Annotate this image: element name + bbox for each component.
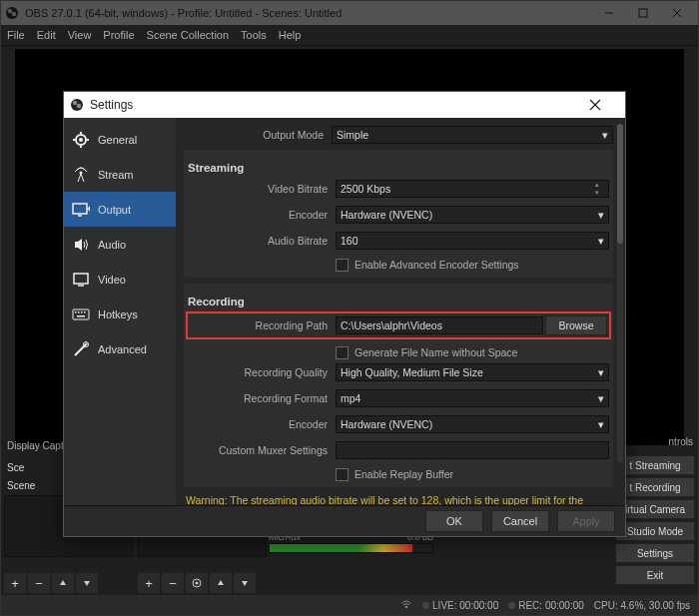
- encoder-label: Encoder: [188, 209, 336, 221]
- sidebar-item-label: Audio: [98, 239, 126, 251]
- menu-edit[interactable]: Edit: [37, 29, 56, 41]
- add-scene-button[interactable]: +: [4, 573, 26, 593]
- spinner-icon[interactable]: ▴▾: [590, 181, 604, 197]
- source-down-icon[interactable]: [234, 573, 256, 593]
- sidebar-item-label: Stream: [98, 169, 133, 181]
- menubar: File Edit View Profile Scene Collection …: [1, 25, 698, 46]
- menu-view[interactable]: View: [68, 29, 92, 41]
- status-live: LIVE: 00:00:00: [432, 600, 498, 611]
- output-mode-label: Output Mode: [184, 129, 332, 141]
- warning-text-1: Warning: The streaming audio bitrate wil…: [184, 493, 613, 505]
- svg-rect-28: [74, 274, 88, 284]
- video-bitrate-label: Video Bitrate: [188, 183, 336, 195]
- gen-filename-checkbox[interactable]: [336, 346, 349, 359]
- live-dot-icon: [422, 602, 429, 609]
- apply-button[interactable]: Apply: [557, 510, 615, 532]
- dialog-titlebar: Settings: [64, 92, 625, 118]
- recording-encoder-select[interactable]: Hardware (NVENC)▾: [336, 415, 609, 433]
- cancel-button[interactable]: Cancel: [491, 510, 549, 532]
- status-bar: LIVE: 00:00:00 REC: 00:00:00 CPU: 4.6%, …: [1, 595, 698, 615]
- monitor-icon: [72, 271, 90, 289]
- menu-help[interactable]: Help: [279, 29, 302, 41]
- adv-encoder-checkbox[interactable]: [336, 259, 349, 272]
- titlebar: OBS 27.0.1 (64-bit, windows) - Profile: …: [1, 1, 698, 25]
- scrollbar[interactable]: [617, 124, 623, 463]
- svg-rect-35: [77, 315, 85, 317]
- gear-icon: [72, 131, 90, 149]
- sidebar-item-stream[interactable]: Stream: [64, 157, 176, 192]
- svg-rect-33: [81, 311, 83, 313]
- svg-rect-26: [73, 204, 87, 214]
- dialog-app-icon: [70, 98, 84, 112]
- menu-scene-collection[interactable]: Scene Collection: [147, 29, 230, 41]
- exit-button[interactable]: Exit: [615, 565, 695, 585]
- scene-col-label: Sce: [7, 462, 24, 473]
- menu-profile[interactable]: Profile: [103, 29, 134, 41]
- sidebar-item-general[interactable]: General: [64, 122, 176, 157]
- ok-button[interactable]: OK: [425, 510, 483, 532]
- dialog-close-button[interactable]: [589, 99, 619, 111]
- recording-path-input[interactable]: C:\Users\alphr\Videos: [336, 316, 543, 334]
- muxer-input[interactable]: [336, 441, 609, 459]
- gen-filename-label: Generate File Name without Space: [354, 346, 517, 358]
- recording-format-select[interactable]: mp4▾: [336, 389, 609, 407]
- settings-button[interactable]: Settings: [615, 543, 695, 563]
- mixer-track2-meter: [269, 543, 433, 553]
- browse-button[interactable]: Browse: [545, 315, 607, 335]
- chevron-down-icon: ▾: [598, 366, 604, 378]
- close-button[interactable]: [660, 1, 694, 25]
- chevron-down-icon: ▾: [598, 392, 604, 404]
- antenna-icon: [72, 166, 90, 184]
- svg-rect-32: [78, 311, 80, 313]
- start-streaming-button[interactable]: t Streaming: [615, 455, 695, 475]
- replay-buffer-label: Enable Replay Buffer: [354, 468, 453, 480]
- rec-dot-icon: [508, 602, 515, 609]
- chevron-down-icon: ▾: [598, 235, 604, 247]
- sidebar-item-video[interactable]: Video: [64, 262, 176, 297]
- scene-down-icon[interactable]: [76, 573, 98, 593]
- app-icon: [5, 6, 19, 20]
- source-settings-icon[interactable]: [186, 573, 208, 593]
- video-bitrate-input[interactable]: 2500 Kbps▴▾: [336, 180, 609, 198]
- dialog-title: Settings: [90, 98, 133, 112]
- output-mode-select[interactable]: Simple▾: [332, 126, 613, 144]
- start-recording-button[interactable]: t Recording: [615, 477, 695, 497]
- sidebar-item-advanced[interactable]: Advanced: [64, 331, 176, 366]
- remove-scene-button[interactable]: −: [28, 573, 50, 593]
- menu-file[interactable]: File: [7, 29, 25, 41]
- replay-buffer-checkbox[interactable]: [336, 468, 349, 481]
- virtual-camera-button[interactable]: irtual Camera: [615, 499, 695, 519]
- window-title: OBS 27.0.1 (64-bit, windows) - Profile: …: [25, 7, 342, 19]
- minimize-button[interactable]: [592, 1, 626, 25]
- source-up-icon[interactable]: [210, 573, 232, 593]
- svg-point-18: [79, 138, 83, 142]
- status-rec: REC: 00:00:00: [518, 600, 584, 611]
- svg-point-2: [12, 12, 17, 17]
- sidebar-item-label: Output: [98, 204, 131, 216]
- recording-encoder-label: Encoder: [188, 418, 336, 430]
- studio-mode-button[interactable]: Studio Mode: [615, 521, 695, 541]
- maximize-button[interactable]: [626, 1, 660, 25]
- streaming-header: Streaming: [188, 162, 609, 174]
- scene-up-icon[interactable]: [52, 573, 74, 593]
- streaming-encoder-select[interactable]: Hardware (NVENC)▾: [336, 206, 609, 224]
- audio-bitrate-select[interactable]: 160▾: [336, 232, 609, 250]
- scene-label[interactable]: Scene: [7, 480, 35, 491]
- svg-point-11: [405, 606, 408, 609]
- add-source-button[interactable]: +: [138, 573, 160, 593]
- menu-tools[interactable]: Tools: [241, 29, 267, 41]
- sidebar-item-label: Video: [98, 274, 126, 286]
- sidebar-item-hotkeys[interactable]: Hotkeys: [64, 297, 176, 331]
- sidebar-item-output[interactable]: Output: [64, 192, 176, 227]
- svg-line-24: [78, 174, 81, 182]
- settings-sidebar: General Stream Output Audio Video: [64, 118, 176, 505]
- svg-point-1: [8, 9, 13, 14]
- recording-path-highlight: Recording Path C:\Users\alphr\Videos Bro…: [186, 311, 611, 339]
- remove-source-button[interactable]: −: [162, 573, 184, 593]
- speaker-icon: [72, 236, 90, 254]
- recording-path-label: Recording Path: [190, 319, 336, 331]
- adv-encoder-label: Enable Advanced Encoder Settings: [354, 259, 519, 271]
- svg-point-13: [73, 101, 77, 105]
- recording-quality-select[interactable]: High Quality, Medium File Size▾: [336, 363, 609, 381]
- sidebar-item-audio[interactable]: Audio: [64, 227, 176, 262]
